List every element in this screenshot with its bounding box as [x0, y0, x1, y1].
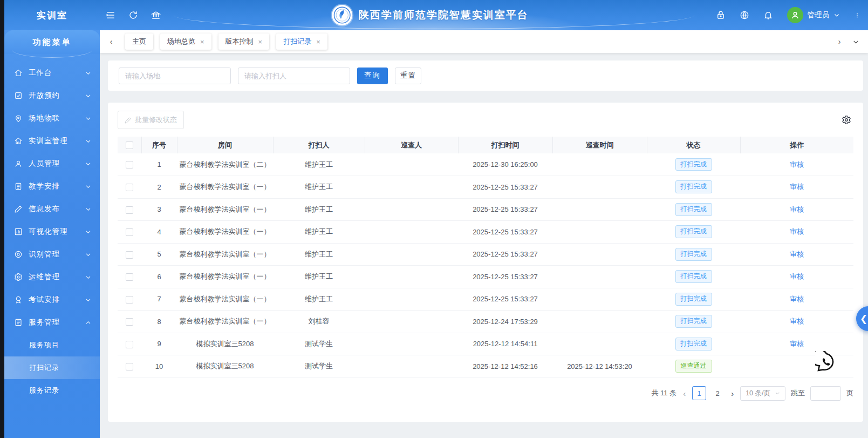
sidebar-item[interactable]: 教学安排 [4, 175, 100, 198]
table-row: 10模拟实训室三5208测试学生2025-12-12 14:52:162025-… [118, 355, 853, 378]
table-header: 序号房间打扫人巡查人打扫时间巡查时间状态操作 [118, 137, 853, 153]
inspect-time-cell [552, 288, 647, 311]
tab[interactable]: 版本控制× [218, 33, 270, 50]
sidebar-item[interactable]: 工作台 [4, 62, 100, 84]
tabs-scroll-left-icon[interactable]: ‹ [104, 35, 118, 49]
jump-page-input[interactable] [810, 386, 841, 401]
main-content: 查询 重置 批量修改状态 [100, 53, 868, 438]
review-link[interactable]: 审核 [790, 295, 804, 303]
prev-page-icon[interactable]: ‹ [682, 389, 687, 398]
refresh-icon[interactable] [128, 10, 138, 20]
sidebar-item[interactable]: 考试安排 [4, 288, 100, 311]
row-checkbox[interactable] [126, 363, 133, 370]
sidebar-item[interactable]: 识别管理 [4, 243, 100, 266]
sidebar-subitem[interactable]: 服务记录 [4, 379, 100, 402]
tab[interactable]: 打扫记录× [276, 33, 327, 50]
search-panel: 查询 重置 [108, 60, 863, 91]
select-all-checkbox[interactable] [126, 141, 133, 149]
sidebar-item[interactable]: 运维管理 [4, 266, 100, 288]
select-all-header-cell [118, 137, 141, 153]
chevron-down-icon [85, 116, 91, 122]
avatar [787, 7, 803, 23]
row-checkbox[interactable] [126, 273, 133, 281]
tab-close-icon[interactable]: × [258, 38, 263, 45]
inspector-cell [365, 221, 458, 244]
row-checkbox[interactable] [126, 251, 133, 259]
clean-time-cell: 2025-12-25 15:33:27 [458, 221, 552, 244]
page-number[interactable]: 2 [710, 386, 725, 400]
lock-icon[interactable] [716, 10, 726, 20]
sidebar-item[interactable]: 信息发布 [4, 198, 100, 220]
sidebar-item[interactable]: 场地物联 [4, 107, 100, 130]
review-link[interactable]: 审核 [790, 272, 804, 280]
clean-time-cell: 2025-12-25 15:33:27 [458, 288, 552, 311]
tab-close-icon[interactable]: × [316, 38, 320, 45]
clean-time-cell: 2025-12-12 14:54:11 [458, 333, 552, 355]
review-link[interactable]: 审核 [790, 317, 804, 325]
review-link[interactable]: 审核 [790, 340, 804, 348]
sidebar-item[interactable]: 人员管理 [4, 152, 100, 175]
status-badge: 打扫完成 [675, 338, 712, 351]
inspect-time-cell [552, 176, 647, 199]
sidebar-subitem-label: 打扫记录 [29, 363, 59, 373]
review-link[interactable]: 审核 [790, 205, 804, 213]
brand-title: 实训室 [37, 9, 67, 22]
row-checkbox[interactable] [126, 161, 133, 169]
inspector-cell [365, 176, 458, 199]
status-badge: 巡查通过 [675, 360, 712, 373]
tabs-dropdown-icon[interactable] [849, 35, 863, 49]
page-size-select[interactable]: 10 条/页 [740, 386, 785, 401]
row-select-cell [118, 153, 141, 176]
venue-search-input[interactable] [119, 68, 231, 84]
user-menu[interactable]: 管理员 [787, 7, 840, 23]
cleaner-search-input[interactable] [238, 68, 350, 84]
sidebar-item-label: 实训室管理 [29, 136, 85, 146]
review-link[interactable]: 审核 [790, 183, 804, 191]
row-checkbox[interactable] [126, 318, 133, 326]
sidebar-subitem[interactable]: 服务项目 [4, 334, 100, 356]
sidebar-item[interactable]: 实训室管理 [4, 130, 100, 152]
tab[interactable]: 主页 [125, 33, 153, 50]
clean-time-cell: 2025-12-25 15:33:27 [458, 198, 552, 221]
globe-icon[interactable] [740, 10, 749, 20]
table-row: 6蒙台梭利教学法实训室（一）维护王工2025-12-25 15:33:27打扫完… [118, 266, 853, 288]
row-checkbox[interactable] [126, 341, 133, 348]
room-cell: 蒙台梭利教学法实训室（一） [177, 311, 273, 333]
review-link[interactable]: 审核 [790, 227, 804, 235]
sidebar-item-label: 教学安排 [29, 181, 85, 191]
sidebar-item[interactable]: 可视化管理 [4, 220, 100, 243]
batch-edit-status-button[interactable]: 批量修改状态 [118, 111, 184, 129]
table-settings-gear-icon[interactable] [842, 115, 851, 125]
more-vertical-icon[interactable] [854, 10, 860, 20]
room-cell: 蒙台梭利教学法实训室（一） [177, 266, 273, 288]
review-link[interactable]: 审核 [790, 250, 804, 258]
menu-fold-icon[interactable] [106, 10, 115, 20]
tab-label: 主页 [132, 37, 146, 46]
row-checkbox[interactable] [126, 228, 133, 236]
tab[interactable]: 场地总览× [160, 33, 211, 50]
sidebar-item[interactable]: 服务管理 [4, 311, 100, 334]
next-page-icon[interactable]: › [730, 389, 735, 398]
institution-icon[interactable] [151, 10, 161, 20]
review-link[interactable]: 审核 [790, 160, 804, 169]
row-checkbox[interactable] [126, 206, 133, 214]
row-index-cell: 4 [141, 221, 177, 244]
reset-button[interactable]: 重置 [395, 68, 421, 84]
inspector-cell [365, 243, 458, 266]
row-select-cell [118, 266, 141, 288]
row-checkbox[interactable] [126, 296, 133, 304]
whatsapp-icon[interactable] [815, 351, 838, 374]
tab-close-icon[interactable]: × [200, 38, 204, 45]
status-cell: 打扫完成 [647, 333, 740, 355]
query-button[interactable]: 查询 [357, 68, 388, 84]
status-badge: 打扫完成 [675, 248, 712, 261]
row-checkbox[interactable] [126, 184, 133, 191]
sidebar-item[interactable]: 开放预约 [4, 84, 100, 107]
bell-icon[interactable] [763, 10, 773, 20]
sidebar-subitem[interactable]: 打扫记录 [4, 356, 100, 379]
tabs-scroll-right-icon[interactable]: › [832, 35, 846, 49]
page-number-active[interactable]: 1 [692, 386, 706, 400]
status-badge: 打扫完成 [675, 203, 712, 216]
top-header-bar: 实训室 陕西学前师范学院智慧实训室平台 [0, 0, 868, 30]
sidebar-item-label: 服务管理 [29, 318, 85, 327]
